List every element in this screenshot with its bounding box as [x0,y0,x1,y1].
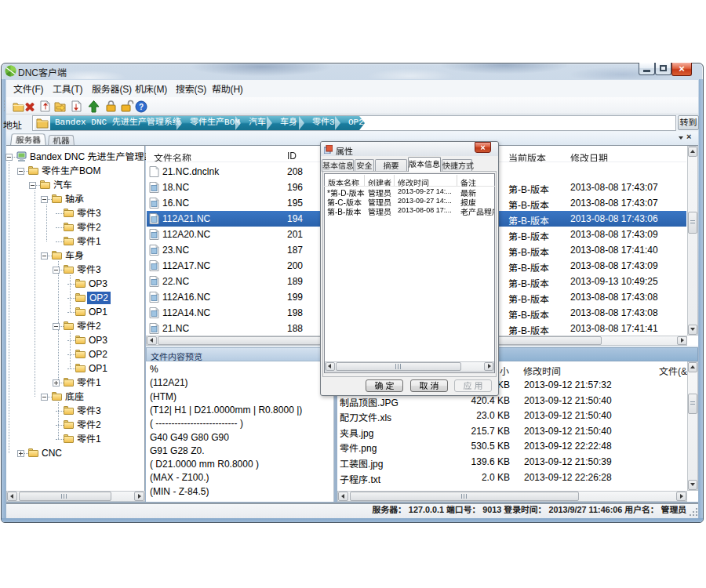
svg-text:?: ? [139,103,144,111]
